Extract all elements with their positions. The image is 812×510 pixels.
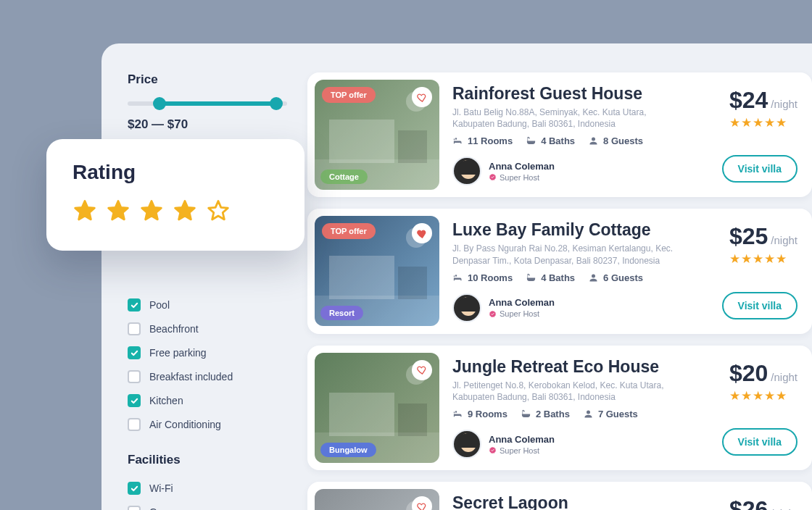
host-name: Anna Coleman (489, 434, 555, 445)
listing-price-column: $25 /night ★★★★★ Visit villa (718, 216, 805, 326)
listing-price: $26 (729, 496, 768, 510)
listing-thumbnail[interactable] (315, 489, 439, 510)
host-block: Anna Coleman Super Host (452, 430, 705, 459)
stat-guests: 6 Guests (588, 272, 643, 283)
rating-star[interactable] (106, 198, 130, 226)
facility-label: Free parking (149, 347, 207, 359)
visit-button[interactable]: Visit villa (722, 428, 798, 456)
facility-label: Kitchen (149, 395, 183, 406)
checkbox[interactable] (128, 298, 141, 312)
facility-item[interactable]: Free parking (128, 346, 287, 359)
filter-sidebar: Price $20 — $70 Pool Beachfront Free par… (128, 72, 307, 510)
listing-price: $24 (729, 87, 768, 114)
checkbox[interactable] (128, 370, 141, 383)
checkbox[interactable] (128, 322, 141, 335)
results-list: TOP offer Cottage Rainforest Guest House… (307, 72, 812, 510)
host-avatar (452, 156, 481, 185)
price-range-display: $20 — $70 (128, 117, 287, 132)
stat-guests: 7 Guests (583, 409, 638, 419)
facility-item[interactable]: Beachfront (128, 322, 287, 335)
facility-label: Pool (149, 299, 170, 311)
rating-star[interactable] (139, 198, 164, 226)
stat-baths: 4 Baths (526, 272, 575, 283)
price-section: Price $20 — $70 (128, 72, 287, 132)
listing-stars: ★★★★★ (729, 388, 798, 404)
property-tag: Bungalow (320, 443, 376, 457)
listing-thumbnail[interactable]: Bungalow (315, 353, 439, 463)
app-window: Price $20 — $70 Pool Beachfront Free par… (102, 43, 812, 510)
checkbox[interactable] (128, 346, 141, 359)
stat-baths: 2 Baths (521, 409, 570, 419)
svg-rect-2 (398, 130, 427, 163)
listing-title: Luxe Bay Family Cottage (452, 220, 705, 240)
checkbox[interactable] (128, 506, 141, 510)
svg-rect-5 (329, 256, 394, 299)
facility-item[interactable]: Wi-Fi (128, 482, 287, 495)
facilities-section: Facilities Wi-Fi Gym Dining Area (128, 453, 287, 510)
listing-price-column: $20 /night ★★★★★ Visit villa (718, 353, 805, 463)
host-badge: Super Host (489, 309, 555, 318)
host-block: Anna Coleman Super Host (452, 156, 705, 185)
per-night-label: /night (771, 507, 798, 510)
property-tag: Cottage (320, 170, 368, 184)
listing-title: Rainforest Guest House (452, 84, 705, 104)
listing-price: $20 (729, 360, 768, 387)
facility-item[interactable]: Pool (128, 298, 287, 312)
listing-title: Jungle Retreat Eco House (452, 357, 705, 377)
svg-rect-9 (329, 393, 394, 436)
favorite-button[interactable] (412, 87, 432, 107)
per-night-label: /night (771, 98, 798, 110)
rating-star[interactable] (173, 198, 197, 226)
listing-details: Secret Lagoon (452, 489, 705, 510)
listing-details: Luxe Bay Family Cottage Jl. By Pass Ngur… (452, 216, 705, 326)
host-block: Anna Coleman Super Host (452, 293, 705, 322)
top-offer-badge: TOP offer (322, 223, 376, 239)
listing-stats: 9 Rooms 2 Baths 7 Guests (452, 409, 705, 419)
listing-address: Jl. By Pass Ngurah Rai No.28, Kesiman Ke… (452, 243, 684, 266)
facility-label: Gym (149, 506, 171, 510)
listing-address: Jl. Petitenget No.8, Kerobokan Kelod, Ke… (452, 380, 684, 403)
price-slider[interactable] (128, 101, 287, 106)
host-name: Anna Coleman (489, 161, 555, 172)
listing-details: Jungle Retreat Eco House Jl. Petitenget … (452, 353, 705, 463)
listing-stars: ★★★★★ (729, 251, 798, 267)
checkbox[interactable] (128, 482, 141, 495)
stat-rooms: 9 Rooms (452, 409, 508, 419)
host-avatar (452, 293, 481, 322)
favorite-button[interactable] (412, 360, 432, 380)
facility-item[interactable]: Kitchen (128, 394, 287, 407)
listing-title: Secret Lagoon (452, 493, 705, 510)
rating-popover-title: Rating (72, 161, 278, 184)
host-badge: Super Host (489, 446, 555, 455)
stat-rooms: 11 Rooms (452, 135, 513, 146)
facility-label: Air Conditioning (149, 419, 221, 430)
price-handle-max[interactable] (270, 97, 283, 110)
listing-thumbnail[interactable]: TOP offer Resort (315, 216, 439, 326)
host-name: Anna Coleman (489, 297, 555, 308)
rating-star[interactable] (206, 198, 231, 226)
facility-item[interactable]: Air Conditioning (128, 418, 287, 431)
rating-stars-row (72, 198, 278, 226)
price-title: Price (128, 72, 287, 87)
listing-address: Jl. Batu Belig No.88A, Seminyak, Kec. Ku… (452, 106, 684, 130)
facility-item[interactable]: Gym (128, 506, 287, 510)
svg-rect-1 (329, 120, 394, 163)
listing-stars: ★★★★★ (729, 115, 798, 130)
listing-stats: 10 Rooms 4 Baths 6 Guests (452, 272, 705, 283)
host-badge: Super Host (489, 173, 555, 182)
per-night-label: /night (771, 371, 798, 383)
checkbox[interactable] (128, 418, 141, 431)
facility-item[interactable]: Breakfast included (128, 370, 287, 383)
checkbox[interactable] (128, 394, 141, 407)
facility-label: Breakfast included (149, 371, 233, 382)
visit-button[interactable]: Visit villa (722, 155, 798, 183)
stat-guests: 8 Guests (588, 135, 643, 146)
price-handle-min[interactable] (153, 97, 166, 110)
rating-star[interactable] (72, 198, 97, 226)
visit-button[interactable]: Visit villa (722, 292, 798, 319)
listing-thumbnail[interactable]: TOP offer Cottage (315, 80, 439, 190)
listing-price-column: $24 /night ★★★★★ Visit villa (718, 80, 805, 190)
listing-price-column: $26 /night (718, 489, 805, 510)
listing-card: TOP offer Cottage Rainforest Guest House… (307, 72, 812, 197)
listing-stats: 11 Rooms 4 Baths 8 Guests (452, 135, 705, 146)
